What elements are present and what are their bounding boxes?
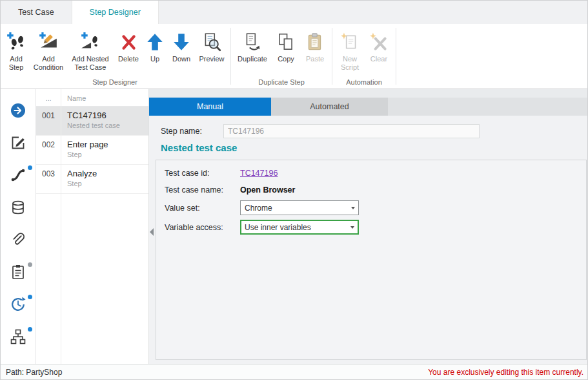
step-list: ... Name 001 TC147196 Nested test case 0…: [36, 89, 149, 364]
field-row-value-set: Value set: Chrome: [165, 200, 580, 215]
add-condition-icon: [37, 30, 59, 54]
column-header-number: ...: [36, 89, 61, 106]
delete-button[interactable]: Delete: [114, 24, 143, 78]
variable-access-dropdown[interactable]: Use inner variables: [240, 220, 359, 235]
test-case-name-value: Open Browser: [240, 185, 295, 195]
copy-button[interactable]: Copy: [271, 24, 301, 78]
ribbon-tab-bar: Test Case Step Designer: [1, 1, 587, 24]
column-header-name: Name: [61, 89, 86, 106]
value-set-label: Value set:: [165, 204, 240, 213]
ribbon: AddStep AddCondition: [1, 24, 587, 89]
variable-access-label: Variable access:: [165, 223, 240, 232]
edit-icon: [10, 134, 26, 151]
step-row-type: Step: [67, 179, 97, 189]
chevron-down-icon: [350, 226, 354, 229]
preview-icon: [201, 30, 223, 54]
add-step-icon: [5, 30, 27, 54]
tab-test-case[interactable]: Test Case: [1, 1, 72, 24]
up-button[interactable]: Up: [143, 24, 167, 78]
collapse-panel-handle[interactable]: [150, 228, 154, 236]
step-row-type: Step: [67, 150, 108, 160]
step-list-column-divider: [61, 89, 61, 364]
sidebar-item-steps[interactable]: [10, 167, 26, 184]
field-row-test-case-id: Test case id: TC147196: [165, 167, 580, 180]
status-path: Path: PartyShop: [6, 368, 62, 377]
navigate-icon: [10, 102, 26, 119]
add-condition-label: AddCondition: [34, 55, 63, 72]
field-row-test-case-name: Test case name: Open Browser: [165, 184, 580, 196]
step-row-002[interactable]: 002 Enter page Step: [36, 136, 148, 165]
ribbon-group-duplicate-step: Duplicate Step: [234, 78, 329, 86]
chevron-down-icon: [351, 207, 355, 209]
duplicate-button[interactable]: Duplicate: [234, 24, 271, 78]
step-name-input[interactable]: [223, 124, 480, 138]
add-nested-test-case-button[interactable]: Add NestedTest Case: [66, 24, 114, 78]
copy-label: Copy: [278, 55, 294, 63]
paste-button[interactable]: Paste: [301, 24, 329, 78]
step-detail-area: Manual Automated Step name: Nested test …: [149, 89, 587, 364]
test-case-id-label: Test case id:: [165, 169, 240, 178]
clear-label: Clear: [370, 55, 387, 63]
manual-automated-tabs: Manual Automated: [149, 98, 587, 116]
sidebar-item-hierarchy[interactable]: [10, 328, 26, 345]
down-arrow-icon: [170, 30, 192, 54]
ribbon-group-step-designer: Step Designer: [2, 78, 228, 86]
step-name-label: Step name:: [161, 127, 223, 136]
ribbon-group-separator: [332, 28, 332, 85]
down-button[interactable]: Down: [167, 24, 196, 78]
ribbon-buttons: AddStep AddCondition: [2, 24, 399, 78]
preview-button[interactable]: Preview: [196, 24, 228, 78]
new-script-icon: [339, 30, 361, 54]
hierarchy-icon: [10, 328, 26, 345]
left-icon-rail: [1, 89, 36, 364]
paste-label: Paste: [306, 55, 324, 63]
add-step-button[interactable]: AddStep: [2, 24, 30, 78]
status-exclusive-edit-message: You are exclusively editing this item cu…: [428, 368, 583, 377]
sidebar-item-edit[interactable]: [10, 134, 26, 151]
delete-icon: [117, 30, 139, 54]
ribbon-group-separator: [230, 28, 231, 85]
sidebar-item-checklist[interactable]: [10, 264, 26, 280]
app-window: Test Case Step Designer Ad: [0, 0, 588, 380]
up-arrow-icon: [144, 30, 166, 54]
duplicate-label: Duplicate: [238, 55, 267, 63]
status-bar: Path: PartyShop You are exclusively edit…: [1, 364, 587, 379]
step-row-003[interactable]: 003 Analyze Step: [36, 165, 148, 194]
checklist-badge-dot: [28, 262, 32, 267]
clear-icon: [368, 30, 390, 54]
add-nested-test-case-label: Add NestedTest Case: [72, 55, 108, 72]
test-case-name-label: Test case name:: [165, 185, 240, 195]
data-icon: [10, 199, 26, 216]
step-row-name: Enter page: [67, 139, 108, 150]
step-detail-body: Step name: Nested test case Test case id…: [149, 116, 587, 364]
sidebar-item-navigate[interactable]: [10, 102, 26, 119]
delete-label: Delete: [118, 55, 139, 63]
add-nested-test-case-icon: [79, 30, 101, 54]
field-row-variable-access: Variable access: Use inner variables: [165, 220, 580, 235]
step-list-header: ... Name: [36, 89, 148, 107]
step-name-row: Step name:: [161, 124, 581, 138]
sidebar-item-history[interactable]: [10, 296, 26, 313]
tab-manual[interactable]: Manual: [149, 98, 271, 116]
copy-icon: [275, 30, 297, 54]
value-set-dropdown[interactable]: Chrome: [240, 200, 359, 215]
duplicate-icon: [241, 30, 263, 54]
tab-automated[interactable]: Automated: [271, 98, 388, 116]
down-label: Down: [172, 55, 190, 63]
add-condition-button[interactable]: AddCondition: [30, 24, 66, 78]
test-case-id-link[interactable]: TC147196: [240, 169, 278, 178]
step-row-001[interactable]: 001 TC147196 Nested test case: [36, 107, 148, 136]
sidebar-item-data[interactable]: [10, 199, 26, 216]
up-label: Up: [150, 55, 159, 63]
new-script-button[interactable]: NewScript: [335, 24, 365, 78]
history-badge-dot: [28, 295, 32, 299]
sidebar-item-attachments[interactable]: [10, 231, 26, 248]
attachments-icon: [10, 231, 26, 248]
tab-step-designer[interactable]: Step Designer: [72, 1, 159, 24]
step-row-type: Nested test case: [67, 121, 120, 131]
step-row-name: TC147196: [67, 110, 120, 121]
steps-icon: [10, 167, 26, 184]
step-row-name: Analyze: [67, 168, 97, 179]
new-script-label: NewScript: [341, 55, 359, 72]
clear-button[interactable]: Clear: [365, 24, 393, 78]
